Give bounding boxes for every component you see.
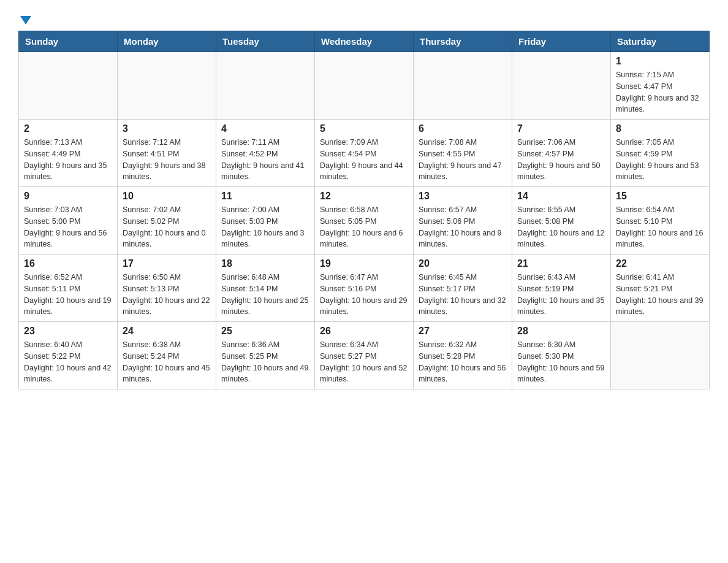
day-info: Sunrise: 7:13 AM Sunset: 4:49 PM Dayligh… [24,137,112,183]
week-row-4: 16Sunrise: 6:52 AM Sunset: 5:11 PM Dayli… [19,255,710,322]
weekday-header-row: SundayMondayTuesdayWednesdayThursdayFrid… [19,31,710,52]
day-number: 21 [517,258,605,269]
calendar-cell: 28Sunrise: 6:30 AM Sunset: 5:30 PM Dayli… [512,322,611,389]
day-info: Sunrise: 6:58 AM Sunset: 5:05 PM Dayligh… [320,204,408,250]
weekday-header-monday: Monday [118,31,216,52]
day-info: Sunrise: 6:57 AM Sunset: 5:06 PM Dayligh… [419,204,507,250]
calendar-table: SundayMondayTuesdayWednesdayThursdayFrid… [18,31,710,389]
day-number: 16 [24,258,112,269]
day-number: 18 [221,258,309,269]
calendar-cell: 15Sunrise: 6:54 AM Sunset: 5:10 PM Dayli… [611,187,710,255]
day-number: 13 [419,191,507,202]
calendar-cell: 6Sunrise: 7:08 AM Sunset: 4:55 PM Daylig… [414,120,512,187]
day-number: 26 [320,326,408,337]
calendar-cell: 5Sunrise: 7:09 AM Sunset: 4:54 PM Daylig… [315,120,414,187]
calendar-cell: 22Sunrise: 6:41 AM Sunset: 5:21 PM Dayli… [611,255,710,322]
day-info: Sunrise: 7:05 AM Sunset: 4:59 PM Dayligh… [616,137,704,183]
day-info: Sunrise: 7:08 AM Sunset: 4:55 PM Dayligh… [419,137,507,183]
day-info: Sunrise: 6:34 AM Sunset: 5:27 PM Dayligh… [320,339,408,385]
calendar-cell [315,52,414,120]
calendar-cell [512,52,611,120]
day-info: Sunrise: 7:02 AM Sunset: 5:02 PM Dayligh… [123,204,211,250]
day-number: 22 [616,258,704,269]
calendar-cell: 7Sunrise: 7:06 AM Sunset: 4:57 PM Daylig… [512,120,611,187]
day-number: 8 [616,123,704,134]
week-row-3: 9Sunrise: 7:03 AM Sunset: 5:00 PM Daylig… [19,187,710,255]
day-number: 27 [419,326,507,337]
header [18,12,710,25]
day-number: 15 [616,191,704,202]
day-number: 23 [24,326,112,337]
day-info: Sunrise: 6:40 AM Sunset: 5:22 PM Dayligh… [24,339,112,385]
day-number: 7 [517,123,605,134]
day-info: Sunrise: 7:12 AM Sunset: 4:51 PM Dayligh… [123,137,211,183]
logo-arrow-icon [20,16,31,25]
calendar-cell [611,322,710,389]
day-number: 14 [517,191,605,202]
calendar-cell: 25Sunrise: 6:36 AM Sunset: 5:25 PM Dayli… [216,322,315,389]
calendar-cell: 17Sunrise: 6:50 AM Sunset: 5:13 PM Dayli… [118,255,216,322]
calendar-cell: 4Sunrise: 7:11 AM Sunset: 4:52 PM Daylig… [216,120,315,187]
calendar-cell: 19Sunrise: 6:47 AM Sunset: 5:16 PM Dayli… [315,255,414,322]
day-number: 12 [320,191,408,202]
calendar-cell: 14Sunrise: 6:55 AM Sunset: 5:08 PM Dayli… [512,187,611,255]
day-info: Sunrise: 6:48 AM Sunset: 5:14 PM Dayligh… [221,272,309,318]
day-number: 6 [419,123,507,134]
calendar-cell: 12Sunrise: 6:58 AM Sunset: 5:05 PM Dayli… [315,187,414,255]
calendar-cell: 16Sunrise: 6:52 AM Sunset: 5:11 PM Dayli… [19,255,118,322]
weekday-header-sunday: Sunday [19,31,118,52]
calendar-cell: 11Sunrise: 7:00 AM Sunset: 5:03 PM Dayli… [216,187,315,255]
calendar-cell: 3Sunrise: 7:12 AM Sunset: 4:51 PM Daylig… [118,120,216,187]
day-number: 4 [221,123,309,134]
calendar-cell: 1Sunrise: 7:15 AM Sunset: 4:47 PM Daylig… [611,52,710,120]
day-info: Sunrise: 6:38 AM Sunset: 5:24 PM Dayligh… [123,339,211,385]
calendar-cell: 18Sunrise: 6:48 AM Sunset: 5:14 PM Dayli… [216,255,315,322]
day-number: 1 [616,56,704,67]
day-info: Sunrise: 7:06 AM Sunset: 4:57 PM Dayligh… [517,137,605,183]
day-info: Sunrise: 6:47 AM Sunset: 5:16 PM Dayligh… [320,272,408,318]
day-info: Sunrise: 6:32 AM Sunset: 5:28 PM Dayligh… [419,339,507,385]
day-info: Sunrise: 6:50 AM Sunset: 5:13 PM Dayligh… [123,272,211,318]
day-info: Sunrise: 7:11 AM Sunset: 4:52 PM Dayligh… [221,137,309,183]
week-row-1: 1Sunrise: 7:15 AM Sunset: 4:47 PM Daylig… [19,52,710,120]
day-info: Sunrise: 6:54 AM Sunset: 5:10 PM Dayligh… [616,204,704,250]
day-number: 2 [24,123,112,134]
day-number: 9 [24,191,112,202]
calendar-cell: 24Sunrise: 6:38 AM Sunset: 5:24 PM Dayli… [118,322,216,389]
calendar-cell: 8Sunrise: 7:05 AM Sunset: 4:59 PM Daylig… [611,120,710,187]
day-number: 28 [517,326,605,337]
day-number: 25 [221,326,309,337]
calendar-cell: 10Sunrise: 7:02 AM Sunset: 5:02 PM Dayli… [118,187,216,255]
day-info: Sunrise: 6:43 AM Sunset: 5:19 PM Dayligh… [517,272,605,318]
week-row-5: 23Sunrise: 6:40 AM Sunset: 5:22 PM Dayli… [19,322,710,389]
calendar-cell: 23Sunrise: 6:40 AM Sunset: 5:22 PM Dayli… [19,322,118,389]
day-info: Sunrise: 7:09 AM Sunset: 4:54 PM Dayligh… [320,137,408,183]
day-number: 5 [320,123,408,134]
week-row-2: 2Sunrise: 7:13 AM Sunset: 4:49 PM Daylig… [19,120,710,187]
day-info: Sunrise: 7:03 AM Sunset: 5:00 PM Dayligh… [24,204,112,250]
day-info: Sunrise: 6:52 AM Sunset: 5:11 PM Dayligh… [24,272,112,318]
day-number: 19 [320,258,408,269]
calendar-cell: 9Sunrise: 7:03 AM Sunset: 5:00 PM Daylig… [19,187,118,255]
day-info: Sunrise: 6:36 AM Sunset: 5:25 PM Dayligh… [221,339,309,385]
calendar-cell [19,52,118,120]
calendar-cell: 26Sunrise: 6:34 AM Sunset: 5:27 PM Dayli… [315,322,414,389]
day-number: 17 [123,258,211,269]
day-info: Sunrise: 6:41 AM Sunset: 5:21 PM Dayligh… [616,272,704,318]
calendar-cell [216,52,315,120]
calendar-cell: 13Sunrise: 6:57 AM Sunset: 5:06 PM Dayli… [414,187,512,255]
day-info: Sunrise: 7:15 AM Sunset: 4:47 PM Dayligh… [616,69,704,115]
weekday-header-wednesday: Wednesday [315,31,414,52]
logo [18,12,31,25]
day-info: Sunrise: 7:00 AM Sunset: 5:03 PM Dayligh… [221,204,309,250]
day-number: 3 [123,123,211,134]
calendar-cell: 2Sunrise: 7:13 AM Sunset: 4:49 PM Daylig… [19,120,118,187]
day-info: Sunrise: 6:45 AM Sunset: 5:17 PM Dayligh… [419,272,507,318]
calendar-cell: 20Sunrise: 6:45 AM Sunset: 5:17 PM Dayli… [414,255,512,322]
day-info: Sunrise: 6:55 AM Sunset: 5:08 PM Dayligh… [517,204,605,250]
weekday-header-friday: Friday [512,31,611,52]
calendar-cell [118,52,216,120]
day-number: 11 [221,191,309,202]
day-number: 20 [419,258,507,269]
weekday-header-saturday: Saturday [611,31,710,52]
